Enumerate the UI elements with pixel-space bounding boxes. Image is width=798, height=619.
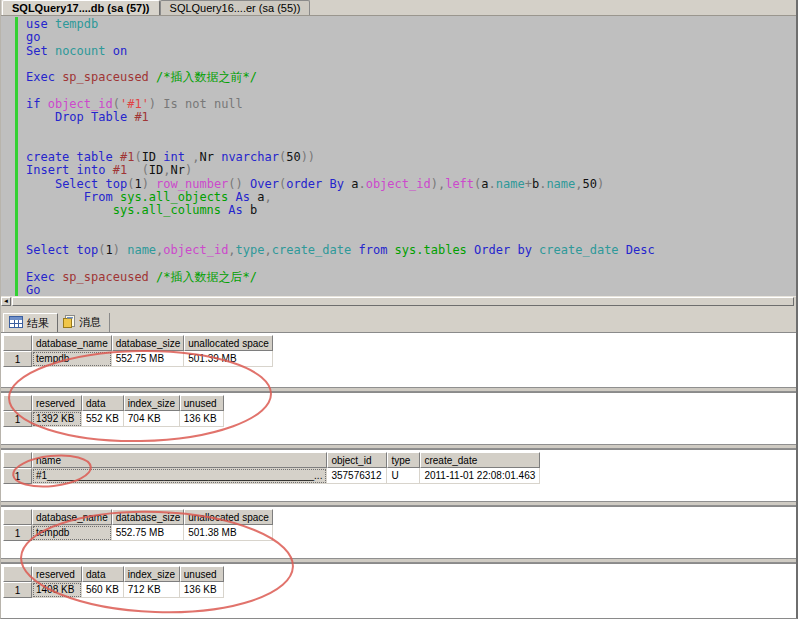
code-line: Exec sp_spaceused /*插入数据之前*/ xyxy=(26,71,796,84)
table-row: 11392 KB552 KB704 KB136 KB xyxy=(3,411,224,427)
ssms-window: SQLQuery17....db (sa (57)) SQLQuery16...… xyxy=(0,0,798,619)
grid-cell[interactable]: 552.75 MB xyxy=(112,525,185,541)
code-line: From sys.all_objects As a, xyxy=(26,191,796,204)
results-tab-bar: 结果 消息 xyxy=(1,312,796,332)
editor-tab-bar: SQLQuery17....db (sa (57)) SQLQuery16...… xyxy=(1,0,796,16)
grid-corner[interactable] xyxy=(3,566,32,582)
grid-corner[interactable] xyxy=(3,395,32,411)
code-line: create table #1(ID int ,Nr nvarchar(50)) xyxy=(26,151,796,164)
code-line xyxy=(26,58,796,71)
grid-cell[interactable]: #1______________________________________… xyxy=(32,468,327,484)
grid-cell[interactable]: 2011-11-01 22:08:01.463 xyxy=(420,468,540,484)
column-header[interactable]: type xyxy=(387,452,420,468)
grid-cell[interactable]: U xyxy=(387,468,420,484)
column-header[interactable]: unallocated space xyxy=(184,335,273,351)
result-grid: reserveddataindex_sizeunused11392 KB552 … xyxy=(3,395,224,427)
tab-results-label: 结果 xyxy=(27,316,49,331)
messages-icon xyxy=(63,315,75,330)
grid-cell[interactable]: tempdb xyxy=(32,525,112,541)
results-grid-icon xyxy=(9,316,23,330)
result-pane-spaceused-db-before: database_namedatabase_sizeunallocated sp… xyxy=(1,332,796,387)
code-line: if object_id('#1') Is not null xyxy=(26,98,796,111)
row-number[interactable]: 1 xyxy=(3,351,32,367)
result-pane-spaceused-db-after: database_namedatabase_sizeunallocated sp… xyxy=(1,506,796,558)
column-header[interactable]: object_id xyxy=(327,452,387,468)
result-pane-spaceused-table-before: reserveddataindex_sizeunused11392 KB552 … xyxy=(1,392,796,444)
grid-corner[interactable] xyxy=(3,335,32,351)
grid-cell[interactable]: 357576312 xyxy=(327,468,387,484)
editor-horizontal-scrollbar[interactable]: ◄ xyxy=(1,296,796,306)
row-number[interactable]: 1 xyxy=(3,525,32,541)
grid-cell[interactable]: 136 KB xyxy=(180,582,224,598)
grid-cell[interactable]: 1392 KB xyxy=(32,411,82,427)
editor-tab-sqlquery16[interactable]: SQLQuery16....er (sa (55)) xyxy=(160,0,311,15)
code-line xyxy=(26,84,796,97)
editor-tab-label: SQLQuery17....db (sa (57)) xyxy=(12,2,150,14)
column-header[interactable]: index_size xyxy=(124,566,180,582)
grid-cell[interactable]: 552 KB xyxy=(82,411,124,427)
change-tracking-bar xyxy=(15,17,18,296)
grid-cell[interactable]: 501.39 MB xyxy=(184,351,273,367)
grid-cell[interactable]: 712 KB xyxy=(124,582,180,598)
code-line xyxy=(26,257,796,270)
column-header[interactable]: unused xyxy=(180,395,224,411)
grid-cell[interactable]: 136 KB xyxy=(180,411,224,427)
grid-cell[interactable]: 501.38 MB xyxy=(184,525,273,541)
result-grid: reserveddataindex_sizeunused11408 KB560 … xyxy=(3,566,224,598)
grid-cell[interactable]: 704 KB xyxy=(124,411,180,427)
row-number[interactable]: 1 xyxy=(3,582,32,598)
column-header[interactable]: reserved xyxy=(32,566,82,582)
tab-results[interactable]: 结果 xyxy=(3,313,58,332)
code-line: Select top(1) name,object_id,type,create… xyxy=(26,244,796,257)
code-line xyxy=(26,231,796,244)
code-line xyxy=(26,124,796,137)
column-header[interactable]: database_size xyxy=(112,509,185,525)
code-line: Go xyxy=(26,284,796,296)
code-line: go xyxy=(26,31,796,44)
grid-corner[interactable] xyxy=(3,452,32,468)
result-grid: database_namedatabase_sizeunallocated sp… xyxy=(3,509,273,541)
editor-tab-sqlquery17[interactable]: SQLQuery17....db (sa (57)) xyxy=(2,0,160,15)
code-line: Drop Table #1 xyxy=(26,111,796,124)
row-number[interactable]: 1 xyxy=(3,411,32,427)
column-header[interactable]: name xyxy=(32,452,327,468)
code-line: Set nocount on xyxy=(26,45,796,58)
editor-tab-label: SQLQuery16....er (sa (55)) xyxy=(170,2,301,14)
scroll-left-arrow-icon[interactable]: ◄ xyxy=(1,297,11,306)
column-header[interactable]: unallocated space xyxy=(184,509,273,525)
result-pane-systables: nameobject_idtypecreate_date1#1_________… xyxy=(1,449,796,501)
table-row: 11408 KB560 KB712 KB136 KB xyxy=(3,582,224,598)
code-line: sys.all_columns As b xyxy=(26,204,796,217)
tab-messages[interactable]: 消息 xyxy=(58,313,110,332)
grid-cell[interactable]: 552.75 MB xyxy=(112,351,185,367)
code-line xyxy=(26,217,796,230)
code-line: use tempdb xyxy=(26,18,796,31)
code-line: Exec sp_spaceused /*插入数据之后*/ xyxy=(26,271,796,284)
results-panes: database_namedatabase_sizeunallocated sp… xyxy=(1,332,796,619)
column-header[interactable]: database_size xyxy=(112,335,185,351)
tab-messages-label: 消息 xyxy=(79,315,101,330)
code-line xyxy=(26,138,796,151)
grid-cell[interactable]: tempdb xyxy=(32,351,112,367)
grid-corner[interactable] xyxy=(3,509,32,525)
column-header[interactable]: data xyxy=(82,395,124,411)
grid-cell[interactable]: 560 KB xyxy=(82,582,124,598)
column-header[interactable]: database_name xyxy=(32,509,112,525)
column-header[interactable]: unused xyxy=(180,566,224,582)
grid-cell[interactable]: 1408 KB xyxy=(32,582,82,598)
column-header[interactable]: reserved xyxy=(32,395,82,411)
scrollbar-thumb[interactable] xyxy=(12,297,794,306)
code-line: Select top(1) row_number() Over(order By… xyxy=(26,178,796,191)
row-number[interactable]: 1 xyxy=(3,468,32,484)
column-header[interactable]: create_date xyxy=(420,452,540,468)
sql-editor[interactable]: use tempdbgoSet nocount on Exec sp_space… xyxy=(1,16,796,296)
result-grid: nameobject_idtypecreate_date1#1_________… xyxy=(3,452,540,484)
table-row: 1#1_____________________________________… xyxy=(3,468,540,484)
code-lines[interactable]: use tempdbgoSet nocount on Exec sp_space… xyxy=(26,18,796,296)
code-line: Insert into #1 (ID,Nr) xyxy=(26,164,796,177)
result-pane-spaceused-table-after: reserveddataindex_sizeunused11408 KB560 … xyxy=(1,563,796,619)
column-header[interactable]: index_size xyxy=(124,395,180,411)
column-header[interactable]: database_name xyxy=(32,335,112,351)
table-row: 1tempdb552.75 MB501.38 MB xyxy=(3,525,273,541)
column-header[interactable]: data xyxy=(82,566,124,582)
